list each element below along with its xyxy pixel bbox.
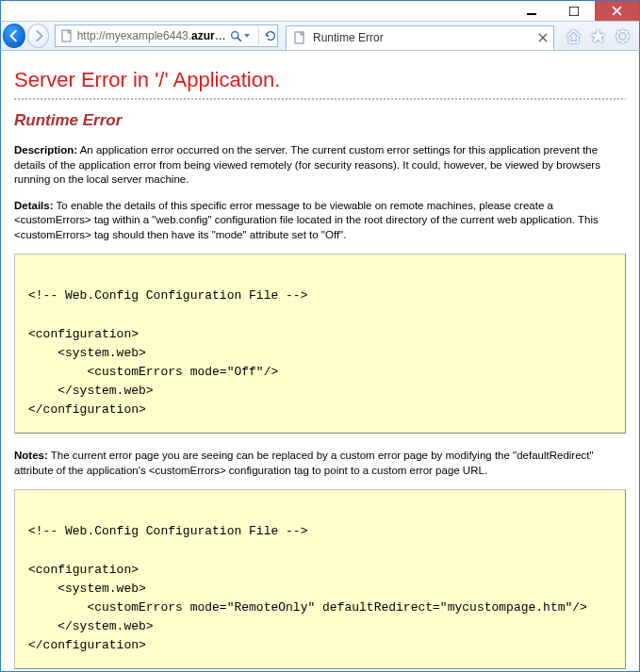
window-close-button[interactable] [595,1,639,21]
content-viewport[interactable]: Server Error in '/' Application. Runtime… [0,51,640,672]
description-label: Description: [14,144,77,156]
window-maximize-button[interactable] [552,1,595,21]
toolbar-right [556,26,635,45]
page-subtitle: Runtime Error [14,111,626,130]
search-icon[interactable] [229,30,242,42]
url-text: http://myexample6443.azurewe… [77,29,230,42]
back-button[interactable] [3,24,25,48]
error-page: Server Error in '/' Application. Runtime… [1,51,639,672]
dropdown-icon[interactable] [243,32,254,40]
refresh-icon[interactable] [264,29,277,42]
browser-toolbar: http://myexample6443.azurewe… Runtime Er… [0,21,640,51]
svg-rect-0 [527,13,536,15]
address-bar[interactable]: http://myexample6443.azurewe… [55,25,278,47]
favorites-icon[interactable] [588,26,607,45]
tab-strip: Runtime Error [286,22,554,50]
divider [14,98,626,100]
tab-title: Runtime Error [313,31,531,44]
tab-runtime-error[interactable]: Runtime Error [286,25,554,50]
tab-close-icon[interactable] [536,31,550,44]
notes-paragraph: Notes: The current error page you are se… [14,449,626,478]
tools-icon[interactable] [613,26,632,45]
details-label: Details: [14,200,54,211]
notes-text: The current error page you are seeing ca… [14,450,594,476]
details-text: To enable the details of this specific e… [14,200,599,240]
page-icon [292,30,307,45]
notes-label: Notes: [14,450,48,461]
forward-button[interactable] [27,24,50,48]
code-sample-1: <!-- Web.Config Configuration File --> <… [14,254,626,434]
description-paragraph: Description: An application error occurr… [14,143,626,188]
description-text: An application error occurred on the ser… [14,144,600,185]
home-icon[interactable] [564,26,583,45]
window-titlebar [0,0,640,21]
separator [258,26,259,45]
page-icon [59,28,73,43]
details-paragraph: Details: To enable the details of this s… [14,199,626,243]
svg-rect-1 [569,7,579,16]
page-title: Server Error in '/' Application. [14,68,626,92]
code-sample-2: <!-- Web.Config Configuration File --> <… [14,489,626,669]
window-minimize-button[interactable] [510,1,552,21]
